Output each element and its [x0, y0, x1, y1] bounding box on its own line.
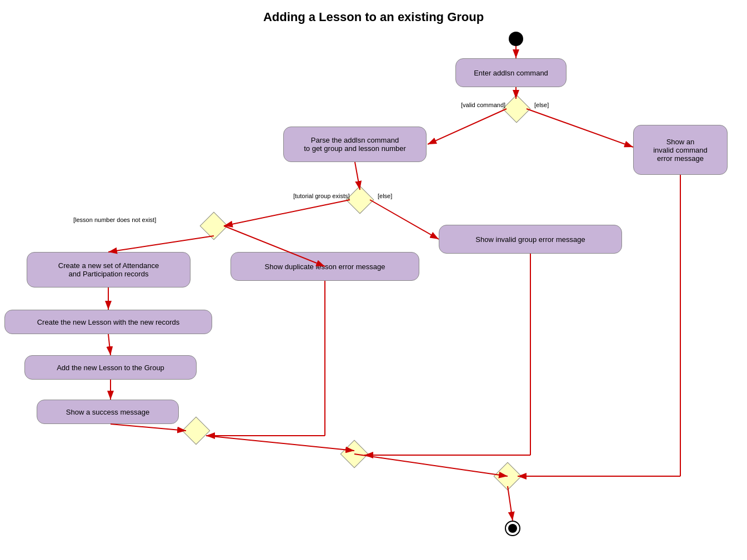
- svg-line-19: [354, 454, 508, 476]
- diamond-lesson-exists: [200, 212, 228, 240]
- svg-line-13: [111, 424, 186, 431]
- end-node: [505, 521, 520, 536]
- svg-line-8: [108, 236, 214, 252]
- start-node: [509, 32, 523, 46]
- diamond-merge1: [182, 417, 210, 445]
- show-invalid-command-node: Show an invalid command error message: [633, 125, 728, 175]
- label-valid-command: [valid command]: [461, 102, 505, 108]
- show-invalid-group-node: Show invalid group error message: [439, 225, 622, 254]
- add-lesson-node: Add the new Lesson to the Group: [24, 355, 197, 380]
- svg-line-4: [527, 109, 633, 147]
- label-tutorial-group: [tutorial group exists]: [293, 193, 350, 199]
- svg-line-3: [428, 109, 507, 144]
- diagram-title: Adding a Lesson to an existing Group: [0, 10, 747, 24]
- diamond-merge2: [340, 440, 369, 468]
- diamond-valid-command: [503, 95, 531, 123]
- enter-command-node: Enter addlsn command: [455, 58, 566, 87]
- diamond-group-exists: [346, 186, 374, 214]
- svg-line-22: [508, 486, 513, 521]
- svg-line-11: [108, 334, 111, 355]
- svg-line-7: [224, 200, 350, 226]
- end-node-inner: [508, 524, 517, 533]
- diagram-container: Adding a Lesson to an existing Group Ent…: [0, 0, 747, 560]
- svg-line-6: [370, 200, 439, 239]
- label-else2: [else]: [378, 193, 392, 199]
- diamond-merge3: [494, 462, 522, 491]
- svg-line-16: [206, 436, 354, 451]
- create-attendance-node: Create a new set of Attendance and Parti…: [27, 252, 190, 287]
- label-else1: [else]: [534, 102, 549, 108]
- show-success-node: Show a success message: [37, 400, 179, 424]
- create-lesson-node: Create the new Lesson with the new recor…: [4, 310, 212, 334]
- label-lesson-not-exist: [lesson number does not exist]: [73, 216, 156, 223]
- parse-command-node: Parse the addlsn command to get group an…: [283, 127, 427, 162]
- show-duplicate-node: Show duplicate lesson error message: [230, 252, 419, 281]
